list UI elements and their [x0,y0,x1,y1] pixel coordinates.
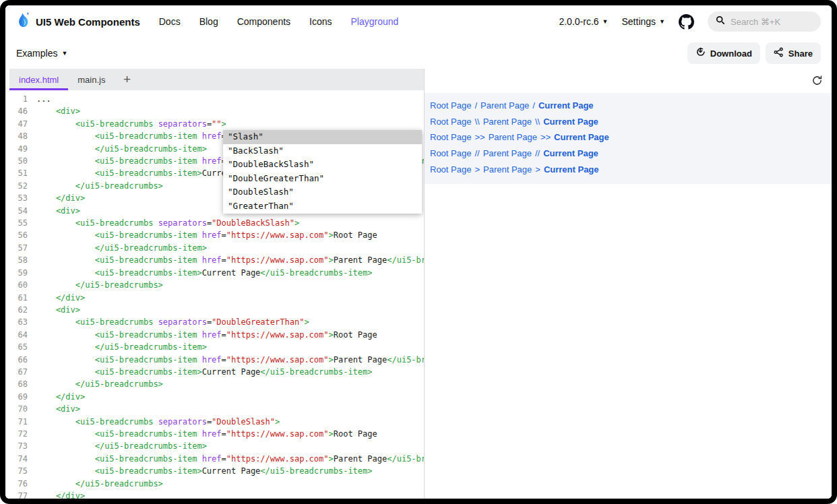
nav-right: 2.0.0-rc.6 ▼ Settings ▼ [559,11,821,32]
code-line: 74 <ui5-breadcrumbs-item href="https://w… [9,453,424,465]
breadcrumb-link[interactable]: Parent Page [489,132,537,142]
github-icon [679,14,694,30]
code-line: 57 </ui5-breadcrumbs-item> [9,242,424,254]
breadcrumb-separator: >> [474,132,485,142]
breadcrumb-link[interactable]: Root Page [430,132,471,142]
chevron-down-icon: ▼ [659,19,665,25]
examples-label: Examples [16,48,57,59]
code-line: 60 </ui5-breadcrumbs> [9,279,424,291]
code-line: 63 <ui5-breadcrumbs separators="DoubleGr… [9,316,424,328]
line-number: 57 [9,242,36,254]
ui5-flame-icon [16,11,30,32]
breadcrumb-row: Root Page>Parent Page>Current Page [430,161,825,177]
autocomplete-option[interactable]: "DoubleSlash" [223,185,422,199]
settings-menu[interactable]: Settings ▼ [621,16,665,27]
refresh-button[interactable] [811,75,823,87]
autocomplete-option[interactable]: "DoubleBackSlash" [223,158,422,172]
code-line: 47 <ui5-breadcrumbs separators=""> [9,118,424,130]
line-number: 75 [9,465,36,477]
breadcrumb-separator: >> [540,132,551,142]
breadcrumb-current-page: Current Page [543,117,598,127]
code-line: 76 </ui5-breadcrumbs> [9,478,424,490]
tab-main.js[interactable]: main.js [68,69,115,90]
line-number: 68 [9,378,36,390]
line-number: 60 [9,279,36,291]
breadcrumb-link[interactable]: Root Page [430,164,471,175]
breadcrumb-separator: > [474,164,480,175]
breadcrumb-link[interactable]: Root Page [430,148,471,158]
breadcrumb-separator: // [535,148,540,158]
line-number: 47 [9,118,36,130]
breadcrumb-link[interactable]: Parent Page [483,117,532,127]
add-tab-button[interactable]: + [115,69,139,90]
line-number: 74 [9,453,36,465]
autocomplete-option[interactable]: "GreaterThan" [223,199,422,214]
breadcrumb-separator: // [474,148,479,158]
line-number: 66 [9,354,36,366]
main-split: index.htmlmain.js+ 1...46 <div>47 <ui5-b… [5,69,832,499]
chevron-down-icon: ▼ [61,51,67,57]
nav-link-icons[interactable]: Icons [309,16,332,27]
download-label: Download [710,49,752,59]
code-line: 75 <ui5-breadcrumbs-item>Current Page</u… [9,465,424,477]
code-area[interactable]: 1...46 <div>47 <ui5-breadcrumbs separato… [9,90,424,499]
download-icon [695,47,706,59]
search-icon [716,15,725,28]
code-line: 46 <div> [9,105,424,117]
breadcrumb-link[interactable]: Root Page [430,117,471,127]
search-box[interactable] [708,11,821,32]
version-label: 2.0.0-rc.6 [559,16,598,27]
breadcrumb-link[interactable]: Parent Page [480,100,529,111]
line-number: 46 [9,105,36,117]
autocomplete-option[interactable]: "Slash" [223,130,422,144]
code-line: 73 </ui5-breadcrumbs-item> [9,440,424,452]
line-number: 50 [9,155,36,167]
breadcrumbs-demo-block: Root Page/Parent Page/Current PageRoot P… [425,93,832,184]
line-number: 61 [9,292,36,304]
code-line: 55 <ui5-breadcrumbs separators="DoubleBa… [9,217,424,229]
share-button[interactable]: Share [766,42,821,64]
nav-link-components[interactable]: Components [237,16,290,27]
settings-label: Settings [621,16,656,27]
line-number: 63 [9,316,36,328]
nav-link-docs[interactable]: Docs [159,16,181,27]
version-selector[interactable]: 2.0.0-rc.6 ▼ [559,16,608,27]
code-line: 70 <div> [9,403,424,415]
breadcrumb-separator: > [535,164,540,175]
breadcrumb-separator: \\ [535,117,540,127]
examples-dropdown[interactable]: Examples ▼ [16,48,67,59]
breadcrumb-link[interactable]: Root Page [430,100,471,111]
code-line: 59 <ui5-breadcrumbs-item>Current Page</u… [9,267,424,279]
nav-link-playground[interactable]: Playground [351,16,399,27]
search-input[interactable] [731,17,813,27]
line-number: 48 [9,130,36,142]
code-line: 62 <div> [9,304,424,316]
preview-header [425,69,832,93]
line-number: 62 [9,304,36,316]
code-line: 64 <ui5-breadcrumbs-item href="https://w… [9,329,424,341]
github-link[interactable] [679,14,694,30]
code-line: 77 </div> [9,490,424,499]
top-navbar: UI5 Web Components DocsBlogComponentsIco… [5,5,832,38]
breadcrumb-separator: / [474,100,477,111]
autocomplete-option[interactable]: "DoubleGreaterThan" [223,172,422,186]
breadcrumb-link[interactable]: Parent Page [483,148,532,158]
breadcrumb-current-page: Current Page [544,164,599,175]
line-number: 58 [9,254,36,266]
nav-link-blog[interactable]: Blog [199,16,218,27]
tab-index.html[interactable]: index.html [9,69,68,90]
screenshot-frame: UI5 Web Components DocsBlogComponentsIco… [0,0,837,504]
line-number: 52 [9,180,36,192]
breadcrumb-separator: / [532,100,535,111]
code-line: 66 <ui5-breadcrumbs-item href="https://w… [9,354,424,366]
breadcrumb-link[interactable]: Parent Page [483,164,532,175]
code-line: 58 <ui5-breadcrumbs-item href="https://w… [9,254,424,266]
brand-title: UI5 Web Components [36,16,140,28]
code-line: 61 </div> [9,292,424,304]
preview-pane: Root Page/Parent Page/Current PageRoot P… [425,69,832,499]
autocomplete-option[interactable]: "BackSlash" [223,144,422,158]
code-line: 67 <ui5-breadcrumbs-item>Current Page</u… [9,366,424,378]
download-button[interactable]: Download [687,42,760,64]
line-number: 55 [9,217,36,229]
brand[interactable]: UI5 Web Components [16,11,140,32]
